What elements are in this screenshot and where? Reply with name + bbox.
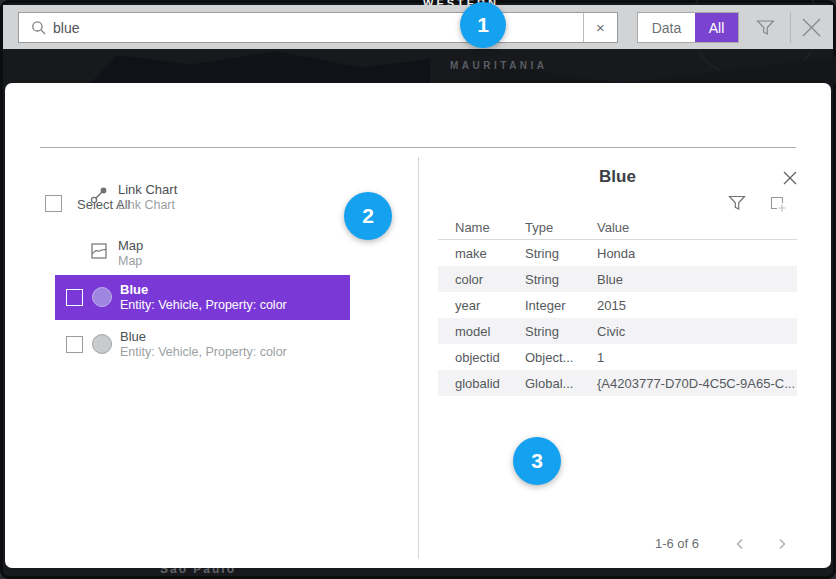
- detail-title: Blue: [438, 167, 797, 187]
- column-header-type: Type: [525, 220, 553, 235]
- cell-name: year: [455, 298, 480, 313]
- table-header: Name Type Value: [438, 215, 797, 240]
- clear-search-button[interactable]: ×: [584, 13, 617, 42]
- scope-data-button[interactable]: Data: [638, 13, 695, 42]
- cell-name: globalid: [455, 376, 500, 391]
- cell-type: Object...: [525, 350, 573, 365]
- results-filter-icon[interactable]: [727, 193, 747, 213]
- table-row: year Integer 2015: [438, 292, 797, 318]
- cell-name: color: [455, 272, 483, 287]
- filter-icon[interactable]: [755, 17, 776, 38]
- attribute-table: Name Type Value make String Honda color …: [438, 215, 797, 396]
- callout-badge-2: 2: [344, 192, 392, 240]
- cell-type: Global...: [525, 376, 573, 391]
- map-label-mauritania: MAURITANIA: [450, 60, 548, 71]
- link-chart-icon: [89, 185, 109, 205]
- cell-value: 1: [597, 350, 604, 365]
- cell-name: objectid: [455, 350, 500, 365]
- item-title: Blue: [120, 329, 146, 344]
- entity-circle-icon: [92, 334, 112, 354]
- search-scope-toggle: Data All: [637, 12, 739, 43]
- search-box[interactable]: ×: [18, 12, 618, 43]
- close-search-icon[interactable]: [799, 15, 824, 40]
- item-checkbox[interactable]: [66, 336, 83, 353]
- item-title: Link Chart: [118, 182, 177, 197]
- item-subtitle: Entity: Vehicle, Property: color: [120, 345, 287, 359]
- search-icon: [30, 19, 48, 37]
- panel-header-divider: [40, 147, 796, 148]
- item-subtitle: Entity: Vehicle, Property: color: [120, 298, 287, 312]
- table-row: color String Blue: [438, 266, 797, 292]
- cell-type: String: [525, 272, 559, 287]
- cell-value: {A4203777-D70D-4C5C-9A65-C...: [597, 376, 795, 391]
- search-toolbar: × Data All: [3, 5, 833, 49]
- cell-name: model: [455, 324, 490, 339]
- table-row: objectid Object... 1: [438, 344, 797, 370]
- app-window: WESTERN MAURITANIA Sao Paulo × Data All: [0, 0, 836, 579]
- list-detail-divider: [418, 157, 419, 559]
- cell-name: make: [455, 246, 487, 261]
- item-title: Map: [118, 238, 143, 253]
- map-landmass-shape: [90, 48, 430, 84]
- cell-type: Integer: [525, 298, 565, 313]
- chevron-left-icon[interactable]: [733, 537, 747, 551]
- list-item-link-chart[interactable]: Link Chart Link Chart: [55, 175, 350, 220]
- pagination-range-label: 1-6 of 6: [655, 536, 699, 551]
- search-results-panel: Select All Link Chart Link Chart: [5, 83, 831, 568]
- cell-value: Civic: [597, 324, 625, 339]
- pagination: 1-6 of 6: [655, 536, 789, 551]
- callout-badge-1: 1: [460, 2, 506, 48]
- cell-type: String: [525, 324, 559, 339]
- cell-type: String: [525, 246, 559, 261]
- column-header-name: Name: [455, 220, 490, 235]
- map-icon: [89, 241, 109, 261]
- list-item-map[interactable]: Map Map: [55, 231, 350, 276]
- toolbar-divider: [790, 12, 791, 43]
- table-row: make String Honda: [438, 240, 797, 266]
- cell-value: Honda: [597, 246, 635, 261]
- column-header-value: Value: [597, 220, 629, 235]
- item-title: Blue: [120, 282, 148, 297]
- item-subtitle: Link Chart: [118, 198, 175, 212]
- item-subtitle: Map: [118, 254, 142, 268]
- list-item-blue-selected[interactable]: Blue Entity: Vehicle, Property: color: [55, 275, 350, 320]
- chevron-right-icon[interactable]: [775, 537, 789, 551]
- detail-close-icon[interactable]: [781, 169, 799, 187]
- cell-value: Blue: [597, 272, 623, 287]
- list-item-blue[interactable]: Blue Entity: Vehicle, Property: color: [55, 322, 350, 367]
- table-row: globalid Global... {A4203777-D70D-4C5C-9…: [438, 370, 797, 396]
- cell-value: 2015: [597, 298, 626, 313]
- scope-all-button[interactable]: All: [695, 13, 738, 42]
- callout-badge-3: 3: [513, 437, 561, 485]
- item-checkbox[interactable]: [66, 289, 83, 306]
- table-row: model String Civic: [438, 318, 797, 344]
- entity-circle-icon: [92, 287, 112, 307]
- add-to-selection-icon[interactable]: [767, 193, 788, 214]
